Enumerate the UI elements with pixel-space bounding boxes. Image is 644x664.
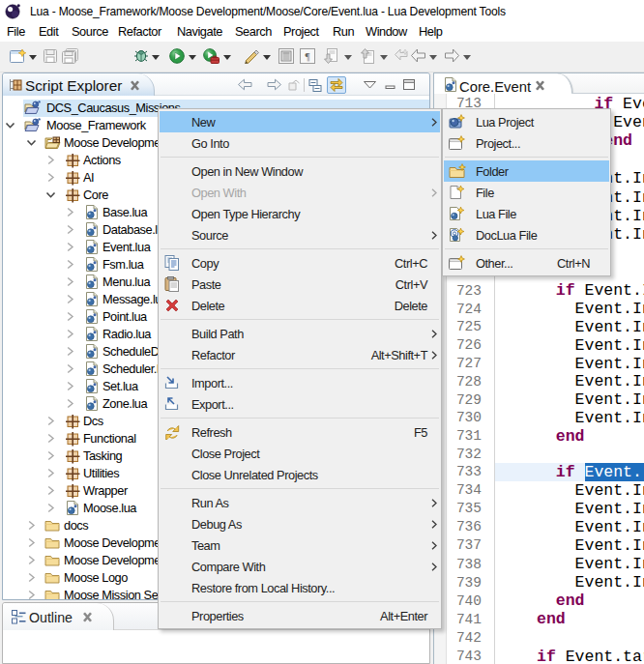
svg-text:¶: ¶ — [306, 50, 310, 62]
